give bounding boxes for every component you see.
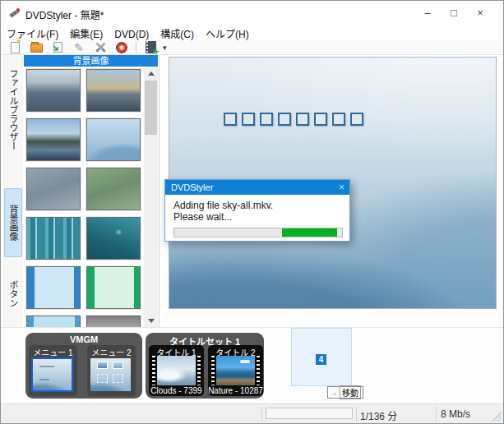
dialog-message-line2: Please wait... bbox=[173, 211, 273, 223]
menu-1-label: メニュー 1 bbox=[29, 345, 77, 358]
titleset-group: タイトルセット 1 タイトル 1 Clouds - 7399 タイトル 2 Na… bbox=[146, 333, 264, 399]
move-tooltip: → 移動 bbox=[327, 386, 363, 399]
add-file-icon bbox=[146, 41, 156, 53]
tab-backgrounds[interactable]: 背景画像 bbox=[4, 188, 22, 257]
scroll-down-icon[interactable] bbox=[144, 314, 158, 327]
resize-grip[interactable] bbox=[492, 412, 502, 422]
menu-item-2[interactable]: DVD(D) bbox=[109, 27, 155, 40]
panel-scrollbar[interactable] bbox=[144, 67, 158, 327]
move-label: 移動 bbox=[340, 385, 361, 399]
edit-pencil-icon: ✎ bbox=[74, 41, 84, 54]
window-title: DVDStyler - 無題* bbox=[25, 7, 104, 21]
close-button[interactable]: × bbox=[467, 1, 493, 25]
panel-divider bbox=[159, 55, 160, 327]
burn-disc-icon bbox=[116, 42, 127, 53]
minimize-button[interactable]: – bbox=[414, 1, 441, 25]
background-thumb-sea-island-photo[interactable] bbox=[26, 69, 81, 112]
placeholder-glyph-square bbox=[242, 113, 255, 126]
tab-file-browser[interactable]: ファイルブラウザー bbox=[4, 58, 22, 161]
dialog-close-icon[interactable]: × bbox=[339, 180, 344, 195]
new-project-button[interactable] bbox=[4, 40, 25, 54]
status-gauge bbox=[266, 408, 353, 419]
title-item-1[interactable]: タイトル 1 Clouds - 7399 bbox=[149, 345, 204, 396]
dialog-message-line1: Adding file sky-all.mkv. bbox=[173, 200, 273, 211]
background-thumb-coast-boat-photo[interactable] bbox=[86, 69, 141, 112]
title-2-caption: Nature - 10287 bbox=[208, 386, 263, 395]
menu-item-2[interactable]: メニュー 2 bbox=[87, 345, 136, 396]
status-duration: 1/136 分 bbox=[360, 408, 397, 422]
settings-tools-button[interactable] bbox=[90, 40, 111, 54]
progress-bar bbox=[173, 228, 343, 237]
save-project-button[interactable] bbox=[47, 40, 68, 54]
menu-item-0[interactable]: ファイル(F) bbox=[1, 25, 64, 40]
placeholder-glyph-square bbox=[278, 113, 291, 126]
add-file-button[interactable] bbox=[140, 40, 161, 54]
dialog-message: Adding file sky-all.mkv. Please wait... bbox=[173, 200, 273, 223]
title-1-caption: Clouds - 7399 bbox=[149, 386, 204, 395]
background-thumb-blue-waves-gradient[interactable] bbox=[86, 118, 141, 161]
save-project-icon bbox=[53, 42, 62, 53]
background-thumbnail-panel bbox=[24, 67, 144, 327]
menu-item-1[interactable]: 編集(E) bbox=[64, 25, 109, 40]
drag-ghost: 4 bbox=[291, 328, 352, 386]
vmgm-label: VMGM bbox=[25, 333, 142, 344]
dialog-title: DVDStyler bbox=[165, 180, 349, 195]
background-thumb-blue-gradient-bars[interactable] bbox=[26, 316, 81, 327]
placeholder-glyph-square bbox=[224, 113, 237, 126]
menu-2-thumbnail[interactable] bbox=[90, 358, 131, 391]
placeholder-glyph-square bbox=[332, 113, 345, 126]
burn-disc-button[interactable] bbox=[111, 40, 132, 54]
left-tab-strip: ファイルブラウザー背景画像ボタン bbox=[2, 55, 23, 327]
status-bitrate: 8 Mb/s bbox=[441, 408, 470, 420]
titleset-manager: VMGM メニュー 1 メニュー 2 タイトルセット 1 タイトル 1 Cl bbox=[1, 327, 503, 403]
status-bar: 1/136 分 8 Mb/s bbox=[1, 403, 503, 423]
vmgm-group: VMGM メニュー 1 メニュー 2 bbox=[25, 333, 142, 399]
background-thumb-gray-frame-gradient[interactable] bbox=[86, 316, 141, 327]
edit-pencil-button[interactable]: ✎ bbox=[68, 40, 90, 54]
open-project-button[interactable] bbox=[25, 40, 47, 54]
menu-2-label: メニュー 2 bbox=[87, 345, 136, 358]
open-project-icon bbox=[30, 44, 43, 53]
toolbar-separator bbox=[136, 42, 136, 53]
dvdstyler-window: DVDStyler - 無題* – □ × ファイル(F)編集(E)DVD(D)… bbox=[0, 0, 504, 424]
background-thumb-green-side-bars[interactable] bbox=[86, 266, 141, 309]
menu-title-placeholder bbox=[224, 113, 363, 126]
dropdown-arrow-icon[interactable]: ▾ bbox=[163, 44, 167, 52]
title-2-filmstrip bbox=[210, 356, 261, 385]
new-project-icon bbox=[11, 42, 20, 53]
menu-item-4[interactable]: ヘルプ(H) bbox=[200, 25, 255, 40]
scrollbar-thumb[interactable] bbox=[145, 81, 157, 135]
panel-header: 背景画像 bbox=[24, 55, 158, 67]
background-thumb-green-blur[interactable] bbox=[86, 168, 141, 210]
maximize-button[interactable]: □ bbox=[441, 1, 467, 25]
menu-item-3[interactable]: 構成(C) bbox=[155, 25, 200, 40]
background-thumb-blue-side-bars[interactable] bbox=[26, 266, 81, 309]
placeholder-glyph-square bbox=[296, 113, 309, 126]
title-bar: DVDStyler - 無題* – □ × bbox=[1, 1, 503, 25]
progress-fill bbox=[282, 228, 337, 237]
settings-tools-icon bbox=[95, 41, 107, 53]
background-thumb-lake-shore-photo[interactable] bbox=[26, 118, 81, 161]
background-thumb-gray-blue-blur[interactable] bbox=[26, 168, 81, 210]
toolbar: ✎▾ bbox=[1, 40, 503, 55]
placeholder-glyph-square bbox=[350, 113, 363, 126]
scroll-up-icon[interactable] bbox=[144, 67, 158, 80]
menu-item-1[interactable]: メニュー 1 bbox=[29, 345, 77, 396]
background-thumb-teal-stripes[interactable] bbox=[26, 217, 81, 260]
placeholder-glyph-square bbox=[260, 113, 273, 126]
menu-bar: ファイル(F)編集(E)DVD(D)構成(C)ヘルプ(H) bbox=[1, 25, 503, 40]
title-item-2[interactable]: タイトル 2 Nature - 10287 bbox=[208, 345, 263, 396]
progress-dialog: DVDStyler × Adding file sky-all.mkv. Ple… bbox=[164, 179, 350, 242]
menu-1-thumbnail[interactable] bbox=[31, 357, 73, 392]
app-icon bbox=[8, 7, 21, 19]
move-arrow-icon: → bbox=[330, 388, 338, 397]
drag-count-badge: 4 bbox=[316, 354, 326, 365]
placeholder-glyph-square bbox=[314, 113, 327, 126]
background-thumb-underwater-teal[interactable] bbox=[86, 217, 141, 260]
title-1-filmstrip bbox=[151, 356, 201, 385]
tab-buttons[interactable]: ボタン bbox=[4, 264, 22, 323]
